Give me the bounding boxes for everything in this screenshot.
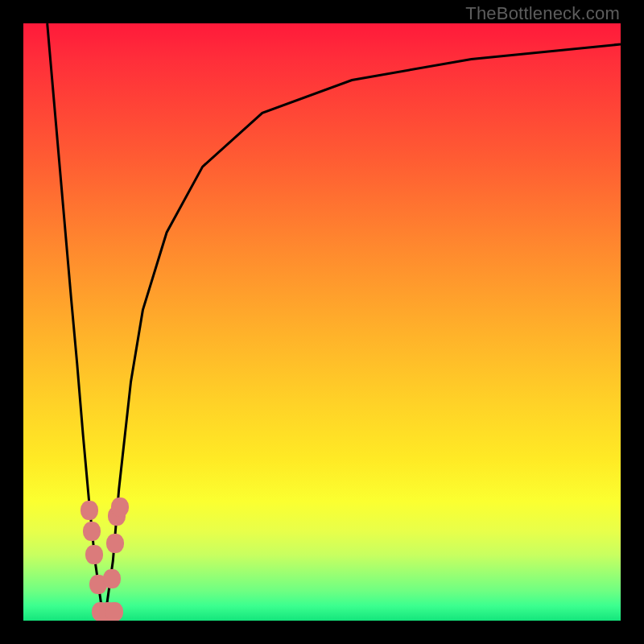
data-marker: [111, 497, 129, 517]
data-marker: [80, 501, 98, 520]
data-marker: [85, 545, 103, 564]
data-marker: [106, 534, 124, 553]
data-marker: [105, 602, 123, 621]
data-marker: [103, 569, 121, 588]
plot-area: [23, 23, 621, 621]
attribution-watermark: TheBottleneck.com: [465, 3, 620, 24]
chart-frame: TheBottleneck.com: [0, 0, 644, 644]
curve-right-branch: [105, 44, 621, 621]
data-marker: [83, 522, 101, 541]
bottleneck-curve: [23, 23, 621, 621]
